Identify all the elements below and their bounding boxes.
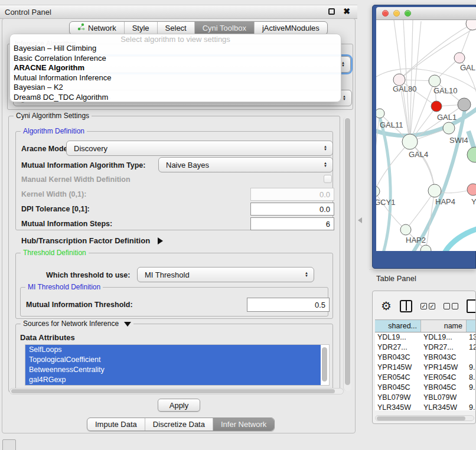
table-row[interactable]: YBL079WYBL079W — [375, 393, 476, 403]
attribute-item[interactable]: TopologicalCoefficient — [25, 355, 321, 365]
column-header-shared[interactable]: shared... — [375, 320, 421, 332]
table-cell: YBR043C — [375, 353, 421, 363]
tab-select[interactable]: Select — [157, 22, 194, 34]
mi-threshold-value: 0.5 — [315, 301, 325, 309]
network-node-y[interactable] — [467, 184, 476, 195]
mi-steps-field[interactable]: 6 — [250, 217, 334, 230]
sources-title-row[interactable]: Sources for Network Inference — [21, 319, 133, 328]
which-threshold-combo[interactable]: MI Threshold ▲▼ — [137, 267, 314, 282]
node-label: GAL11 — [380, 120, 403, 129]
table-row[interactable]: YER054CYER054C8. — [375, 373, 476, 383]
expand-right-icon — [158, 237, 163, 244]
zoom-window-icon[interactable] — [405, 10, 411, 17]
network-node-gal4[interactable] — [402, 134, 418, 149]
tab-cyni-toolbox[interactable]: Cyni Toolbox — [194, 22, 254, 34]
table-horizontal-scrollbar[interactable] — [375, 415, 474, 421]
table-panel-titlebar: Table Panel — [369, 269, 476, 287]
close-panel-icon[interactable]: ✖ — [343, 6, 350, 16]
settings-horizontal-scrollbar[interactable] — [9, 388, 344, 394]
select-all-columns-icon[interactable]: ✓✓ — [420, 303, 435, 309]
node-table[interactable]: shared...name YDL19...YDL19...13YDR27...… — [375, 319, 476, 410]
screen: Control Panel ✖ NetworkStyleSelectCyni T… — [0, 0, 476, 450]
table-cell: YBR045C — [421, 383, 467, 393]
network-node-gal[interactable] — [454, 53, 465, 63]
network-node-gal10[interactable] — [429, 75, 441, 87]
table-row[interactable]: YDR27...YDR27...12 — [375, 343, 476, 353]
export-table-icon[interactable] — [467, 299, 476, 313]
dpi-tolerance-field[interactable]: 0.0 — [250, 203, 334, 216]
attribute-item[interactable]: BetweennessCentrality — [25, 365, 321, 375]
table-cell — [467, 353, 476, 363]
tab-label: Infer Network — [221, 418, 266, 431]
table-cell: YDL19... — [375, 332, 421, 343]
aracne-mode-combo[interactable]: Discovery ▲▼ — [66, 141, 333, 156]
tab-label: Discretize Data — [153, 418, 205, 431]
network-node-swi4[interactable] — [443, 122, 455, 134]
table-cell: YBR043C — [421, 353, 467, 363]
tab-label: Select — [165, 22, 187, 34]
node-label: GAL10 — [433, 86, 457, 95]
mi-algorithm-type-label: Mutual Information Algorithm Type: — [21, 161, 145, 169]
close-window-icon[interactable] — [382, 10, 389, 17]
network-node-gal80[interactable] — [393, 74, 405, 86]
mi-algorithm-type-combo[interactable]: Naive Bayes ▲▼ — [158, 157, 333, 172]
tab-discretize-data[interactable]: Discretize Data — [145, 418, 213, 431]
tab-jactivemnodules[interactable]: jActiveMNodules — [254, 22, 327, 34]
collapsed-panel-icon[interactable] — [2, 439, 16, 450]
deselect-all-columns-icon[interactable] — [444, 303, 458, 309]
tab-label: Cyni Toolbox — [203, 22, 246, 34]
algorithm-option[interactable]: Mutual Information Inference — [10, 73, 341, 83]
network-node-hap2[interactable] — [400, 224, 411, 235]
attribute-item[interactable]: gal4RGexp — [25, 375, 321, 385]
columns-icon[interactable] — [400, 300, 412, 312]
column-header[interactable] — [467, 320, 476, 332]
table-row[interactable]: YBR043CYBR043C — [375, 353, 476, 363]
network-node-hap4[interactable] — [428, 184, 441, 197]
algorithm-option[interactable]: Dream8 DC_TDC Algorithm — [10, 93, 341, 103]
table-cell: 9. — [467, 363, 476, 373]
table-row[interactable]: YDL19...YDL19...13 — [375, 332, 476, 343]
kernel-width-field: 0.0 — [250, 188, 334, 201]
tab-network[interactable]: Network — [70, 22, 124, 34]
panel-splitter-handle[interactable] — [358, 217, 362, 223]
network-node[interactable] — [466, 20, 476, 30]
float-panel-icon[interactable] — [328, 8, 335, 15]
bottom-tabs-group: Impute DataDiscretize DataInfer Network — [87, 418, 275, 431]
network-node[interactable] — [467, 147, 476, 162]
tab-impute-data[interactable]: Impute Data — [87, 418, 145, 431]
dpi-tolerance-label: DPI Tolerance [0,1]: — [21, 205, 90, 213]
mi-algorithm-type-value: Naive Bayes — [166, 161, 209, 169]
network-node[interactable] — [458, 98, 471, 111]
network-node[interactable] — [420, 245, 431, 251]
mi-threshold-field[interactable]: 0.5 — [247, 298, 330, 312]
algorithm-option[interactable]: ARACNE Algorithm — [10, 63, 341, 73]
gear-icon[interactable]: ⚙ — [381, 300, 392, 312]
manual-kernel-checkbox[interactable] — [324, 175, 332, 183]
attribute-item[interactable]: SelfLoops — [25, 345, 321, 355]
settings-vertical-scrollbar[interactable] — [343, 117, 351, 391]
node-label: GAL4 — [409, 150, 428, 159]
network-node-gal1[interactable] — [431, 101, 442, 112]
network-node-gcy1[interactable] — [376, 186, 380, 197]
table-row[interactable]: YBR045CYBR045C9. — [375, 383, 476, 393]
hub-definition-toggle[interactable]: Hub/Transcription Factor Definition — [21, 235, 163, 246]
network-window-titlebar[interactable] — [376, 7, 476, 20]
data-attributes-list[interactable]: SelfLoopsTopologicalCoefficientBetweenne… — [25, 344, 330, 386]
algorithm-option[interactable]: Bayesian – K2 — [10, 83, 341, 93]
column-header-name[interactable]: name — [421, 320, 467, 332]
table-cell: YDL19... — [421, 332, 467, 343]
list-vertical-scrollbar[interactable] — [322, 347, 327, 381]
tab-infer-network[interactable]: Infer Network — [213, 418, 274, 431]
network-canvas[interactable]: GALGAL80GAL10GAL1GAL11SWI4GAL4GCY1HAP4YH… — [376, 20, 476, 251]
algorithm-option[interactable]: Bayesian – Hill Climbing — [10, 44, 341, 54]
table-row[interactable]: YPR145WYPR145W9. — [375, 363, 476, 373]
tab-style[interactable]: Style — [124, 22, 157, 34]
control-panel-bottom-tabs: Impute DataDiscretize DataInfer Network — [87, 418, 275, 431]
control-panel-title: Control Panel — [5, 8, 51, 17]
minimize-window-icon[interactable] — [393, 10, 400, 17]
network-node-gal11[interactable] — [376, 109, 384, 118]
apply-button[interactable]: Apply — [158, 399, 200, 412]
table-row[interactable]: YLR345WYLR345W9. — [375, 403, 476, 410]
table-cell: YER054C — [421, 373, 467, 383]
algorithm-option[interactable]: Basic Correlation Inference — [10, 54, 341, 64]
